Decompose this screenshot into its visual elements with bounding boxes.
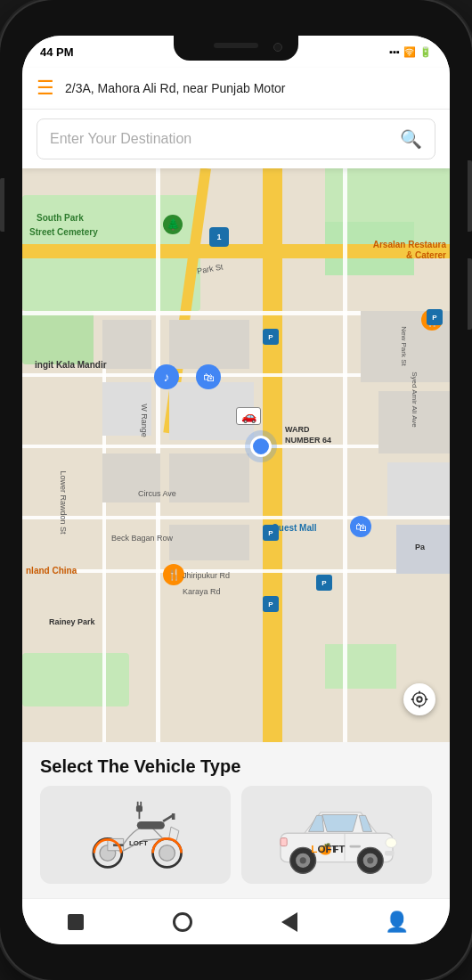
w-range-label: W Range xyxy=(140,404,149,437)
park-block-2 xyxy=(22,311,94,364)
svg-rect-12 xyxy=(136,805,142,812)
svg-text:L: L xyxy=(311,843,317,854)
svg-point-18 xyxy=(300,857,306,863)
phone-frame: 44 PM ▪▪▪ 🛜 🔋 ☰ 2/3A, Mahora Ali Rd, nea… xyxy=(0,0,472,980)
syed-amir-label: Syed Amir Ali Ave xyxy=(411,372,419,428)
road-h5 xyxy=(76,569,450,573)
status-time: 44 PM xyxy=(40,45,74,59)
current-location-text: 2/3A, Mahora Ali Rd, near Punjab Motor xyxy=(65,81,435,95)
locate-button[interactable] xyxy=(403,683,435,715)
karaya-rd-label: Karaya Rd xyxy=(183,587,221,596)
navigation-bar: 👤 xyxy=(22,898,450,944)
building-9 xyxy=(169,525,249,560)
search-bar: Enter Your Destination 🔍 xyxy=(22,110,450,168)
building-7 xyxy=(169,453,249,502)
route-badge-2: P xyxy=(427,309,443,325)
restaurant-icon-2: 🍴 xyxy=(163,564,184,585)
status-icons: ▪▪▪ 🛜 🔋 xyxy=(389,46,432,58)
svg-point-22 xyxy=(386,838,397,848)
new-park-st-label: New Park St xyxy=(399,326,407,365)
nav-home-button[interactable] xyxy=(167,906,199,938)
cemetery-label: Street Cemetery xyxy=(29,227,98,237)
nav-back-button[interactable] xyxy=(273,906,305,938)
phone-screen: 44 PM ▪▪▪ 🛜 🔋 ☰ 2/3A, Mahora Ali Rd, nea… xyxy=(22,36,450,944)
svg-rect-30 xyxy=(385,851,395,855)
map-background: South Park Street Cemetery 🌲 1 Arsalan R… xyxy=(22,168,450,742)
back-icon xyxy=(281,912,297,932)
front-camera xyxy=(273,43,282,52)
mall-icon: 🛍 xyxy=(350,516,371,537)
route-badge-5: P xyxy=(263,596,279,612)
building-10 xyxy=(387,462,450,516)
route-badge-6: P xyxy=(316,575,332,591)
number-label: NUMBER 64 xyxy=(285,436,331,445)
home-icon xyxy=(173,912,192,932)
volume-button[interactable] xyxy=(0,178,4,232)
caterer-label: & Caterer xyxy=(406,250,446,260)
vehicle-section-title: Select The Vehicle Type xyxy=(22,742,450,786)
map-area[interactable]: South Park Street Cemetery 🌲 1 Arsalan R… xyxy=(22,168,450,742)
beck-bagan-label: Beck Bagan Row xyxy=(111,534,173,543)
car-vehicle-card[interactable]: L 🍊FT OFT xyxy=(241,786,432,884)
scooter-vehicle-card[interactable]: LOFT xyxy=(40,786,231,884)
search-input-wrapper[interactable]: Enter Your Destination 🔍 xyxy=(37,118,435,159)
svg-rect-26 xyxy=(349,845,361,848)
person-icon: 👤 xyxy=(385,911,409,934)
green-block-3 xyxy=(325,644,396,689)
scooter-image: LOFT xyxy=(77,799,193,870)
bottom-section: Select The Vehicle Type xyxy=(22,742,450,898)
building-1 xyxy=(102,320,151,369)
user-location-dot xyxy=(250,436,272,457)
speaker xyxy=(214,43,258,48)
inland-china-label: nland China xyxy=(26,566,77,576)
svg-point-1 xyxy=(413,693,427,706)
svg-point-21 xyxy=(367,857,373,863)
camera-button[interactable] xyxy=(468,258,472,330)
rainey-park-label: Rainey Park xyxy=(49,617,95,626)
car-image: L 🍊FT OFT xyxy=(270,795,403,875)
svg-rect-23 xyxy=(281,838,287,846)
signal-icon: ▪▪▪ xyxy=(389,46,400,57)
notch xyxy=(174,36,298,61)
music-marker: ♪ xyxy=(154,364,179,389)
nav-stop-button[interactable] xyxy=(60,906,92,938)
svg-rect-6 xyxy=(137,821,165,829)
menu-icon[interactable]: ☰ xyxy=(37,77,54,100)
location-bar[interactable]: ☰ 2/3A, Mahora Ali Rd, near Punjab Motor xyxy=(22,68,450,110)
rangit-label: ingit Kala Mandir xyxy=(35,360,107,370)
shop-marker: 🛍 xyxy=(196,364,221,389)
road-h4 xyxy=(22,516,450,519)
park-block-3 xyxy=(22,653,129,706)
battery-icon: 🔋 xyxy=(419,46,432,58)
building-2 xyxy=(169,320,249,369)
svg-text:OFT: OFT xyxy=(317,843,338,854)
svg-point-0 xyxy=(417,697,422,702)
arsalan-label: Arsalan Restaura xyxy=(373,240,446,249)
pa-label: Pa xyxy=(415,543,425,551)
vehicle-cards-container: LOFT xyxy=(22,786,450,898)
route-badge-1: 1 xyxy=(209,227,229,247)
quest-mall-label: Quest Mall xyxy=(272,523,317,533)
search-icon[interactable]: 🔍 xyxy=(400,128,422,150)
wifi-icon: 🛜 xyxy=(403,46,416,58)
jhiripukur-label: Jhiripukur Rd xyxy=(183,571,230,580)
power-button[interactable] xyxy=(468,160,472,232)
south-park-label: South Park xyxy=(37,213,84,223)
lower-rawdon-label: Lower Rawdon St xyxy=(59,470,68,534)
circus-ave-label: Circus Ave xyxy=(138,489,176,498)
svg-text:LOFT: LOFT xyxy=(129,839,148,847)
nav-person-button[interactable]: 👤 xyxy=(380,906,412,938)
road-v2 xyxy=(343,168,347,742)
ward-label: WARD xyxy=(285,425,310,434)
park-icon: 🌲 xyxy=(163,215,183,234)
car-on-map: 🚗 xyxy=(236,407,261,425)
search-placeholder-text: Enter Your Destination xyxy=(50,131,191,147)
stop-icon xyxy=(68,914,84,930)
route-badge-3: P xyxy=(263,329,279,345)
svg-point-5 xyxy=(159,845,175,862)
